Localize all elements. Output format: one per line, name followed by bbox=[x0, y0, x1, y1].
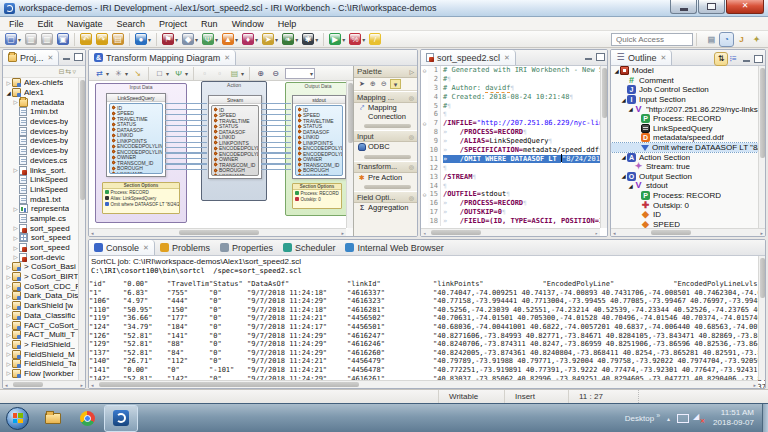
outline-item[interactable]: PProcess: RECORD bbox=[611, 114, 758, 124]
close-tab-icon[interactable]: ✕ bbox=[661, 54, 667, 62]
view-menu-icon[interactable]: ▿ bbox=[72, 68, 77, 76]
project-explorer-item[interactable]: devices.cs bbox=[3, 156, 78, 166]
code-editor[interactable]: ⊖1# Generated with IRI Workbench - New S… bbox=[421, 66, 607, 236]
editor-line[interactable]: 12¶ bbox=[421, 164, 607, 173]
close-tab-icon[interactable]: ✕ bbox=[143, 244, 149, 252]
palette-category-mapping[interactable]: Mapping ...◎ bbox=[354, 91, 417, 103]
close-tab-icon[interactable]: ✕ bbox=[224, 54, 230, 62]
project-explorer-item[interactable]: ▷Dark_Data_Dis bbox=[3, 291, 78, 301]
outline-item[interactable]: JJob Control Section bbox=[611, 85, 758, 95]
sort-outline-icon[interactable]: ⇅ bbox=[715, 53, 727, 65]
quick-access-input[interactable] bbox=[611, 33, 693, 46]
menu-file[interactable]: File bbox=[2, 17, 31, 31]
dropdown-caret-icon[interactable]: ▾ bbox=[315, 36, 318, 43]
link-editor-icon[interactable]: ⇆ bbox=[66, 68, 73, 76]
note-tool-icon[interactable]: ▾ bbox=[390, 79, 401, 89]
project-explorer-item[interactable]: ▷sort_speed bbox=[3, 233, 78, 243]
tray-expand-icon[interactable]: ▴ bbox=[667, 415, 670, 422]
diagram-output-section[interactable]: Output DatastdoutIDSPEEDTRAVELTIMESTATUS… bbox=[285, 82, 348, 216]
dropdown-caret-icon[interactable]: ▾ bbox=[166, 70, 169, 77]
perspective-java-perspective[interactable]: J bbox=[735, 33, 748, 46]
zoom-out-tool-icon[interactable]: ⊖ bbox=[379, 79, 389, 89]
expander-icon[interactable]: ▷ bbox=[12, 99, 19, 105]
perspective-resource-perspective[interactable]: ▤ bbox=[705, 33, 718, 46]
dropdown-caret-icon[interactable]: ▾ bbox=[18, 36, 21, 43]
dropdown-caret-icon[interactable]: ▾ bbox=[295, 36, 298, 43]
diagram-input-note[interactable]: Section OptionsProcess: RECORDAlias: Lin… bbox=[102, 182, 180, 214]
editor-line[interactable]: 8» /PROCESS=RECORD¶ bbox=[421, 128, 607, 137]
outline-item[interactable]: ◆SPEED bbox=[611, 220, 758, 229]
editor-line[interactable]: 9» /ALIAS=LinkSpeedQuery¶ bbox=[421, 137, 607, 146]
editor-line[interactable]: 11» /OMIT WHERE DATAASOF LT "8/24/2018 bbox=[421, 155, 607, 164]
project-explorer-item[interactable]: ▷Flow [workber bbox=[3, 369, 78, 379]
editor-line[interactable]: 3# Author: davidf¶ bbox=[421, 84, 607, 93]
minimize-button[interactable] bbox=[670, 0, 697, 14]
menu-window[interactable]: Window bbox=[225, 17, 271, 31]
project-explorer-item[interactable]: ▷sort-devic bbox=[3, 252, 78, 262]
expander-icon[interactable]: ▷ bbox=[5, 351, 12, 357]
outline-item[interactable]: ✦Stream: true bbox=[611, 162, 758, 172]
menu-project[interactable]: Project bbox=[152, 17, 194, 31]
project-explorer-hscrollbar[interactable]: ◂▸ bbox=[3, 380, 85, 388]
palette-item-mapping-connection[interactable]: ⤤Mapping Connection bbox=[354, 103, 417, 122]
expander-icon[interactable]: ▷ bbox=[5, 293, 12, 299]
diagram-zoom-in-button[interactable]: ⊕ bbox=[254, 66, 267, 80]
diagram-action-section[interactable]: ActionStreamIDSPEEDTRAVELTIMESTATUSDATAA… bbox=[201, 81, 267, 201]
dropdown-caret-icon[interactable]: ▾ bbox=[125, 70, 128, 77]
project-explorer-item[interactable]: ◢Alex1 bbox=[3, 88, 78, 98]
editor-line[interactable]: 17» /OUTSKIP=0¶ bbox=[421, 208, 607, 217]
outline-item[interactable]: ✚Outskip: 0 bbox=[611, 200, 758, 210]
palette-item-odbc[interactable]: ODBC bbox=[354, 142, 417, 153]
project-explorer-item[interactable]: ▷FieldShield_Ta bbox=[3, 359, 78, 369]
zoom-in-tool-icon[interactable]: ⊕ bbox=[368, 79, 378, 89]
editor-line[interactable]: 2#¶ bbox=[421, 75, 607, 84]
editor-line[interactable]: 13/STREAM¶ bbox=[421, 173, 607, 182]
project-explorer-item[interactable]: ▷links_sort. bbox=[3, 165, 78, 175]
perspective-iri-perspective[interactable]: ◔ bbox=[720, 33, 733, 46]
editor-line[interactable]: ⊖1# Generated with IRI Workbench - New S… bbox=[421, 66, 607, 75]
pin-icon[interactable]: ◎ bbox=[409, 194, 414, 201]
project-explorer-item[interactable]: ▷metadata bbox=[3, 97, 78, 107]
collapse-all-icon[interactable]: ⊟ bbox=[59, 68, 66, 76]
volume-muted-tray-icon[interactable] bbox=[693, 413, 703, 423]
toolbar-report-wizard-button[interactable]: ◆▾ bbox=[181, 32, 199, 46]
toolbar-subset-wizard-button[interactable]: ♦▾ bbox=[241, 32, 259, 46]
dropdown-caret-icon[interactable]: ▾ bbox=[185, 70, 188, 77]
project-explorer-item[interactable]: ▷DarkShield [w bbox=[3, 301, 78, 311]
project-explorer-item[interactable]: ▷sort_speed bbox=[3, 223, 78, 233]
expander-icon[interactable]: ▷ bbox=[12, 245, 19, 251]
fold-marker-icon[interactable]: ⊖ bbox=[421, 120, 428, 127]
tab-problems[interactable]: Problems bbox=[155, 240, 215, 255]
project-explorer-item[interactable]: sample.cs bbox=[3, 214, 78, 224]
dropdown-caret-icon[interactable]: ▾ bbox=[275, 36, 278, 43]
expander-icon[interactable]: ▷ bbox=[5, 341, 12, 347]
palette-category-transform[interactable]: Transform...◎ bbox=[354, 161, 417, 173]
palette-item-pre-action[interactable]: ✱Pre Action bbox=[354, 173, 417, 184]
project-explorer-item[interactable]: ▷Data_Classific bbox=[3, 311, 78, 321]
editor-hscrollbar[interactable]: ◂▸ bbox=[421, 228, 600, 236]
project-explorer-item[interactable]: devices-by bbox=[3, 117, 78, 127]
project-explorer-item[interactable]: devices-by bbox=[3, 146, 78, 156]
toolbar-quality-wizard-button[interactable]: ❧▾ bbox=[281, 32, 299, 46]
fold-marker-icon[interactable]: ⊖ bbox=[421, 191, 428, 198]
outline-item[interactable]: ◢Model bbox=[611, 66, 758, 76]
diagram-align-button[interactable]: Ψ▾ bbox=[172, 66, 189, 80]
palette-header[interactable]: Palette ▷ bbox=[354, 66, 417, 78]
expander-icon[interactable]: ◢ bbox=[620, 154, 627, 160]
expander-icon[interactable]: ▷ bbox=[5, 361, 12, 367]
outline-hscrollbar[interactable]: ◂▸ bbox=[611, 228, 765, 236]
diagram-add-connection-button[interactable]: ⇄▾ bbox=[93, 66, 110, 80]
expander-icon[interactable]: ◢ bbox=[613, 68, 620, 74]
expander-icon[interactable]: ▷ bbox=[5, 283, 12, 289]
project-explorer-item[interactable]: ▷> CoSort_Basi bbox=[3, 262, 78, 272]
expander-icon[interactable]: ◢ bbox=[620, 97, 627, 103]
project-explorer-vscrollbar[interactable] bbox=[78, 78, 85, 380]
pin-icon[interactable]: ◎ bbox=[409, 163, 414, 170]
diagram-disabled-1-button[interactable]: ▫ bbox=[198, 66, 211, 80]
project-explorer-item[interactable]: 1min.txt bbox=[3, 107, 78, 117]
perspective-debug-perspective[interactable]: ✦ bbox=[750, 33, 763, 46]
expander-icon[interactable]: ▷ bbox=[5, 264, 12, 270]
toolbar-import-button[interactable]: ▤ bbox=[111, 32, 125, 46]
expander-icon[interactable]: ▷ bbox=[12, 206, 19, 212]
editor-line[interactable]: 4# Created: 2018-08-24 10:21:48¶ bbox=[421, 93, 607, 102]
